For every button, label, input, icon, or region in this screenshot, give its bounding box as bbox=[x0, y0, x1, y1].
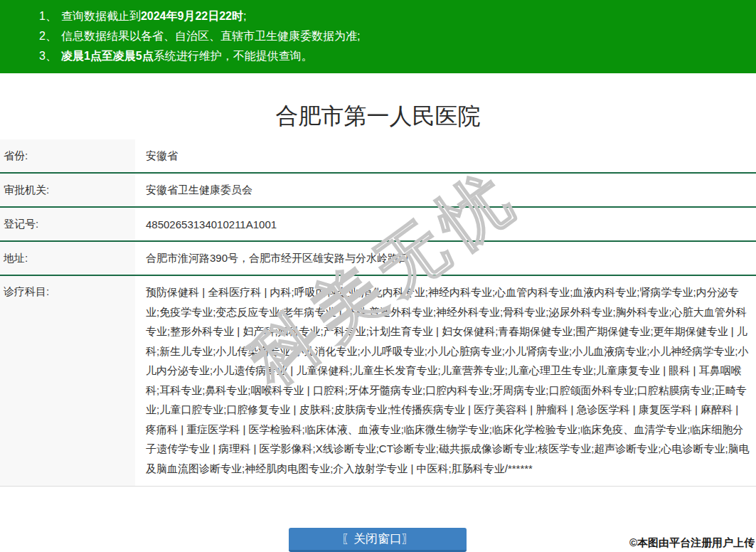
notice-list: 1、查询数据截止到2024年9月22日22时; 2、信息数据结果以各省、自治区、… bbox=[39, 6, 749, 66]
hospital-info-table: 省份: 安徽省 审批机关: 安徽省卫生健康委员会 登记号: 4850265313… bbox=[0, 139, 756, 487]
notice-text: 信息数据结果以各省、自治区、直辖市卫生健康委数据为准; bbox=[61, 30, 360, 42]
page-title: 合肥市第一人民医院 bbox=[0, 102, 756, 129]
table-row: 登记号: 48502653134010211A1001 bbox=[0, 208, 756, 242]
notice-text: 查询数据截止到2024年9月22日22时; bbox=[61, 10, 247, 22]
notice-item: 1、查询数据截止到2024年9月22日22时; bbox=[39, 6, 749, 26]
upload-credit-label: ©本图由平台注册用户上传 bbox=[629, 536, 755, 550]
row-value: 预防保健科 | 全科医疗科 | 内科;呼吸内科专业;消化内科专业;神经内科专业;… bbox=[135, 276, 756, 486]
row-label: 登记号: bbox=[0, 208, 135, 240]
table-row: 诊疗科目: 预防保健科 | 全科医疗科 | 内科;呼吸内科专业;消化内科专业;神… bbox=[0, 276, 756, 487]
notice-banner: 1、查询数据截止到2024年9月22日22时; 2、信息数据结果以各省、自治区、… bbox=[0, 0, 756, 73]
row-label: 地址: bbox=[0, 242, 135, 275]
close-window-button[interactable]: 〖关闭窗口〗 bbox=[289, 528, 467, 552]
row-label: 诊疗科目: bbox=[0, 276, 135, 486]
row-label: 省份: bbox=[0, 139, 135, 172]
table-row: 省份: 安徽省 bbox=[0, 139, 756, 174]
row-value: 安徽省 bbox=[135, 139, 756, 172]
notice-number: 1、 bbox=[39, 10, 57, 22]
notice-number: 2、 bbox=[39, 30, 57, 42]
row-value: 48502653134010211A1001 bbox=[135, 208, 756, 240]
table-row: 地址: 合肥市淮河路390号，合肥市经开区雄安路与分水岭路口 bbox=[0, 242, 756, 276]
notice-item: 2、信息数据结果以各省、自治区、直辖市卫生健康委数据为准; bbox=[39, 26, 749, 46]
row-value: 合肥市淮河路390号，合肥市经开区雄安路与分水岭路口 bbox=[135, 242, 756, 275]
notice-item: 3、凌晨1点至凌晨5点系统进行维护，不能提供查询。 bbox=[39, 46, 749, 66]
row-label: 审批机关: bbox=[0, 174, 135, 206]
notice-text: 凌晨1点至凌晨5点系统进行维护，不能提供查询。 bbox=[61, 50, 313, 62]
row-value: 安徽省卫生健康委员会 bbox=[135, 174, 756, 206]
notice-number: 3、 bbox=[39, 50, 57, 62]
table-row: 审批机关: 安徽省卫生健康委员会 bbox=[0, 174, 756, 208]
